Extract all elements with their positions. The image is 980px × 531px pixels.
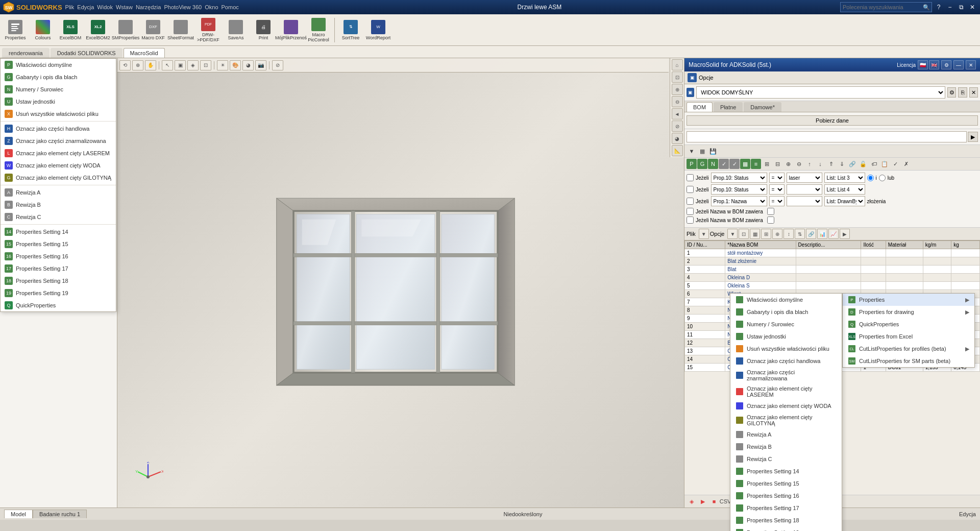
dd-item-19[interactable]: Q QuickProperties [1,299,116,311]
icon-21[interactable]: ✗ [901,159,911,169]
print-button[interactable]: 🖨 Print [250,16,277,44]
menubar-narzedzia[interactable]: Narzędzia [136,4,161,10]
rp-settings-button[interactable]: ⚙ [941,60,951,69]
rp-flag-pl[interactable]: 🇵🇱 [918,60,928,69]
cond-prop-3[interactable]: Prop.1: Nazwa [711,196,767,206]
icon-14[interactable]: ⇑ [826,159,836,169]
cm-properties-item[interactable]: P Properties ▶ [843,294,974,306]
ps-item-6[interactable]: Oznacz jako części znarmalizowana [730,367,842,383]
cond-list-1[interactable]: List: List 3 [824,173,865,183]
icon-2[interactable]: G [697,159,707,169]
dd-item-14[interactable]: 15 Properites Setting 15 [1,238,116,250]
icon-1[interactable]: P [687,159,697,169]
vp-btn-view2[interactable]: ◈ [187,60,199,70]
mojplik-button[interactable]: MójPlikPrzenoś [278,16,304,44]
dd-item-18[interactable]: 19 Properties Setting 19 [1,287,116,299]
rp-close-button[interactable]: ✕ [966,60,976,69]
dd-item-1[interactable]: G Gabaryty i opis dla blach [1,71,116,83]
dd-item-15[interactable]: 16 Properites Setting 16 [1,250,116,262]
icon-4[interactable]: ✓ [719,159,729,169]
vp-btn-color[interactable]: 🎨 [230,60,241,70]
icon-8[interactable]: ⊞ [762,159,772,169]
vp-fit-button[interactable]: ⊡ [672,71,683,83]
bom-btn-8[interactable]: 📊 [817,229,827,239]
wordreport-button[interactable]: W WordReport [365,16,391,44]
cond-check-3[interactable] [687,198,694,205]
dd-item-0[interactable]: P Właściwości domyślne [1,59,116,71]
icon-10[interactable]: ⊕ [783,159,793,169]
minimize-button[interactable]: − [945,3,954,11]
menubar-photoview[interactable]: PhotoView 360 [164,4,202,10]
cond-op-2[interactable]: = [769,184,785,195]
menubar-edycja[interactable]: Edycja [77,4,94,10]
help-button[interactable]: ? [934,3,943,11]
ps-item-10[interactable]: Rewizja A [730,428,842,441]
icon-save-view[interactable]: 💾 [708,146,718,156]
cond-list-3[interactable]: List: DrawnBy [824,196,865,206]
macro-piccontrol-button[interactable]: Macro PicControl [305,16,332,44]
cond-check-1[interactable] [687,174,694,181]
smproperties-button[interactable]: SMProperties [112,16,139,44]
bom-plik-dropdown[interactable]: ▼ [699,229,709,239]
cond-radio-lub-1[interactable] [879,175,886,181]
macro-dxf-button[interactable]: DXF Macro DXF [140,16,166,44]
nf-check-1[interactable] [687,208,694,215]
cell-name-5[interactable]: Okleina S [725,282,796,290]
cond-check-2[interactable] [687,186,694,193]
cm-cutlist-sm-item[interactable]: SM CutListProperties for SM parts (beta) [843,355,974,367]
icon-filter[interactable]: ▼ [687,146,697,156]
ps-item-18[interactable]: Properties Setting 19 [730,526,842,531]
vp-appear-button[interactable]: ◕ [672,133,683,144]
cell-name-4[interactable]: Okleina D [725,274,796,282]
dd-item-5[interactable]: H Oznacz jako części handlowa [1,123,116,135]
vp-btn-light[interactable]: ☀ [217,60,228,70]
ps-item-15[interactable]: Properites Setting 16 [730,490,842,502]
ps-item-12[interactable]: Rewizja C [730,453,842,465]
icon-11[interactable]: ⊖ [794,159,804,169]
vp-btn-pan[interactable]: ✋ [145,60,156,70]
vp-prev-view-button[interactable]: ◄ [672,108,683,119]
ps-item-9[interactable]: Oznacz jako element cięty GILOTYNĄ [730,412,842,428]
dd-item-8[interactable]: W Oznacz jako element cięty WODA [1,159,116,172]
nf-check2-1[interactable] [767,208,774,215]
bom-btn-10[interactable]: ▶ [840,229,850,239]
ps-item-7[interactable]: Oznacz jako element cięty LASEREM [730,383,842,400]
cell-name-2[interactable]: Blat złożenie [725,257,796,266]
bottom-icon-2[interactable]: ▶ [698,496,708,506]
icon-20[interactable]: ✓ [890,159,900,169]
cond-prop-1[interactable]: Prop.10: Status [711,173,767,183]
icon-16[interactable]: 🔗 [847,159,857,169]
tab-macrosolid[interactable]: MacroSolid [124,48,165,58]
vp-btn-appear[interactable]: ◕ [242,60,254,70]
drw-pdf-button[interactable]: PDF DRW->PDF/DXF [195,16,222,44]
tab-badanie-ruchu[interactable]: Badanie ruchu 1 [33,510,87,518]
icon-12[interactable]: ↑ [804,159,815,169]
viewport[interactable]: ⟲ ⊕ ✋ ↖ ▣ ◈ ⊡ ☀ 🎨 ◕ 📷 ⊘ [117,58,684,508]
rp-minimize-button[interactable]: — [953,60,964,69]
view-copy-button[interactable]: ⎘ [958,87,967,98]
ps-item-0[interactable]: Właściwości domyślne [730,294,842,306]
dd-item-7[interactable]: L Oznacz jako element cięty LASEREM [1,147,116,159]
cell-name-3[interactable]: Blat [725,266,796,274]
sorttree-button[interactable]: ⇅ SortTree [337,16,364,44]
dd-item-2[interactable]: N Numery / Surowiec [1,83,116,95]
bom-btn-1[interactable]: ⊡ [739,229,749,239]
ps-item-4[interactable]: Usuń wszystkie właściwości pliku [730,343,842,355]
ps-item-17[interactable]: Properites Setting 18 [730,514,842,526]
vp-btn-rotate[interactable]: ⟲ [119,60,131,70]
ps-item-2[interactable]: Numery / Surowiec [730,318,842,330]
menubar-widok[interactable]: Widok [97,4,113,10]
filter-expand-button[interactable]: ▶ [968,132,978,142]
tab-model[interactable]: Model [4,510,33,518]
menubar-wstaw[interactable]: Wstaw [116,4,133,10]
colours-button[interactable]: Colours [30,16,56,44]
bom-opcje-dropdown[interactable]: ▼ [727,229,738,239]
bom-btn-6[interactable]: ⇅ [795,229,805,239]
ps-item-16[interactable]: Properites Setting 17 [730,502,842,514]
bottom-icon-1[interactable]: ◈ [687,496,697,506]
dd-item-16[interactable]: 17 Properites Setting 17 [1,262,116,275]
dd-item-10[interactable]: A Rewizja A [1,186,116,199]
vp-btn-zoom[interactable]: ⊕ [132,60,143,70]
vp-sect-button[interactable]: ⊘ [672,120,683,132]
dd-item-4[interactable]: X Usuń wszystkie właściwości pliku [1,108,116,120]
